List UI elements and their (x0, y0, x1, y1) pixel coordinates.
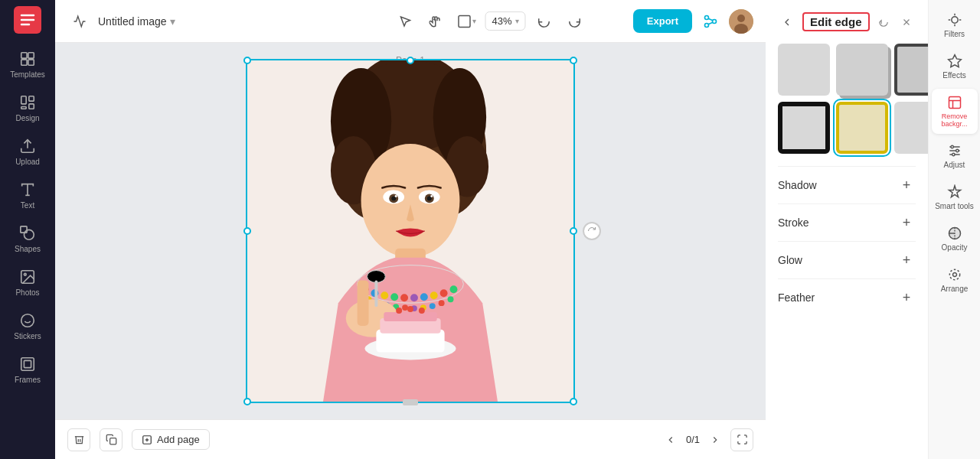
svg-rect-21 (21, 358, 34, 371)
next-page-button[interactable] (706, 431, 724, 449)
handle-bottom-right[interactable] (570, 398, 577, 405)
sidebar-item-stickers[interactable]: Stickers (3, 306, 52, 347)
border-option-plain[interactable] (778, 44, 830, 96)
svg-point-88 (407, 306, 413, 312)
stroke-label: Stroke (778, 216, 808, 229)
reset-button[interactable] (874, 13, 893, 31)
svg-rect-5 (21, 60, 27, 65)
glow-section: Glow + (778, 241, 916, 278)
sidebar-item-photos[interactable]: Photos (3, 262, 52, 303)
user-avatar[interactable] (729, 9, 753, 34)
handle-bottom-middle[interactable] (403, 399, 418, 405)
sidebar-item-templates[interactable]: Templates (3, 44, 52, 85)
panel-title-row: Edit edge (778, 12, 870, 31)
select-tool-button[interactable] (393, 9, 417, 34)
sidebar-item-text[interactable]: Text (3, 175, 52, 216)
svg-point-65 (402, 304, 408, 311)
adjust-tool[interactable]: Adjust (932, 137, 978, 175)
sidebar-item-design[interactable]: Design (3, 88, 52, 129)
svg-rect-10 (21, 107, 26, 109)
handle-top-left[interactable] (243, 57, 251, 64)
right-panel: Edit edge (766, 0, 980, 459)
zoom-selector[interactable]: 43% ▾ (485, 11, 525, 31)
sidebar-item-upload-label: Upload (15, 158, 40, 166)
svg-point-48 (361, 144, 460, 258)
trash-button[interactable] (67, 428, 90, 451)
share-button[interactable] (698, 9, 723, 34)
handle-bottom-left[interactable] (243, 398, 251, 405)
border-style-grid (778, 44, 916, 154)
handle-middle-left[interactable] (243, 227, 251, 235)
back-button[interactable] (778, 13, 796, 31)
svg-point-107 (956, 149, 958, 151)
prev-page-button[interactable] (662, 431, 680, 449)
copy-button[interactable] (100, 428, 122, 451)
svg-rect-80 (358, 280, 369, 325)
bottom-right: 0/1 (662, 428, 753, 451)
sidebar-item-design-label: Design (15, 114, 39, 122)
panel-title: Edit edge (802, 12, 870, 31)
document-title: Untitled image ▾ (98, 15, 175, 28)
svg-rect-22 (24, 360, 31, 367)
svg-rect-82 (374, 280, 377, 307)
canvas-frame[interactable] (246, 59, 575, 403)
export-button[interactable]: Export (633, 9, 692, 33)
svg-point-57 (420, 293, 428, 301)
handle-middle-right[interactable] (570, 227, 577, 235)
topbar-right: Export (633, 9, 753, 34)
svg-point-17 (24, 273, 26, 275)
border-option-corner[interactable] (894, 44, 928, 96)
glow-add-button[interactable]: + (897, 251, 916, 269)
border-option-shadow[interactable] (836, 44, 888, 96)
rotate-handle[interactable] (583, 222, 601, 240)
sidebar-item-stickers-label: Stickers (14, 332, 41, 340)
sidebar-item-upload[interactable]: Upload (3, 132, 52, 172)
svg-point-55 (400, 294, 408, 301)
svg-rect-8 (29, 96, 34, 101)
handle-top-middle[interactable] (407, 57, 414, 64)
svg-point-78 (430, 195, 433, 197)
sidebar-item-text-label: Text (21, 201, 34, 210)
far-right-panel: Filters Effects Remove backgr... (928, 0, 980, 459)
svg-line-28 (708, 22, 713, 24)
filters-tool[interactable]: Filters (932, 6, 978, 44)
edit-edge-panel: Edit edge (766, 0, 928, 459)
svg-rect-23 (458, 15, 469, 27)
sidebar-item-shapes[interactable]: Shapes (3, 219, 52, 259)
opacity-tool[interactable]: Opacity (932, 220, 978, 258)
border-option-light[interactable] (894, 102, 928, 154)
svg-point-24 (713, 19, 717, 23)
undo-button[interactable] (532, 9, 557, 34)
sidebar-item-frames[interactable]: Frames (3, 350, 52, 390)
close-panel-button[interactable] (897, 13, 916, 31)
svg-point-58 (430, 291, 438, 299)
effects-tool[interactable]: Effects (932, 47, 978, 86)
frame-tool-button[interactable]: ▾ (454, 9, 479, 34)
svg-point-26 (705, 23, 709, 27)
svg-rect-4 (28, 53, 34, 58)
feather-add-button[interactable]: + (897, 288, 916, 307)
svg-rect-90 (109, 438, 116, 444)
remove-bg-tool[interactable]: Remove backgr... (932, 89, 978, 134)
shadow-add-button[interactable]: + (897, 176, 916, 194)
canvas-image (247, 60, 573, 402)
sidebar-item-templates-label: Templates (10, 70, 45, 79)
save-to-cloud-button[interactable] (67, 9, 92, 34)
stroke-section: Stroke + (778, 203, 916, 241)
arrange-tool[interactable]: Arrange (932, 261, 978, 299)
left-sidebar: Templates Design Upload Text Sha (0, 0, 55, 459)
hand-tool-button[interactable] (423, 9, 448, 34)
redo-button[interactable] (563, 9, 587, 34)
add-page-button[interactable]: Add page (132, 429, 210, 450)
handle-top-right[interactable] (570, 57, 577, 64)
border-option-thick[interactable] (778, 102, 830, 154)
svg-point-69 (439, 300, 445, 306)
stroke-add-button[interactable]: + (897, 213, 916, 232)
border-option-yellow[interactable] (836, 102, 888, 154)
svg-point-14 (24, 230, 34, 239)
app-logo[interactable] (14, 6, 41, 34)
smart-tools-tool[interactable]: Smart tools (932, 178, 978, 216)
svg-point-89 (419, 308, 425, 314)
fit-screen-button[interactable] (730, 428, 753, 451)
svg-point-68 (430, 303, 436, 309)
